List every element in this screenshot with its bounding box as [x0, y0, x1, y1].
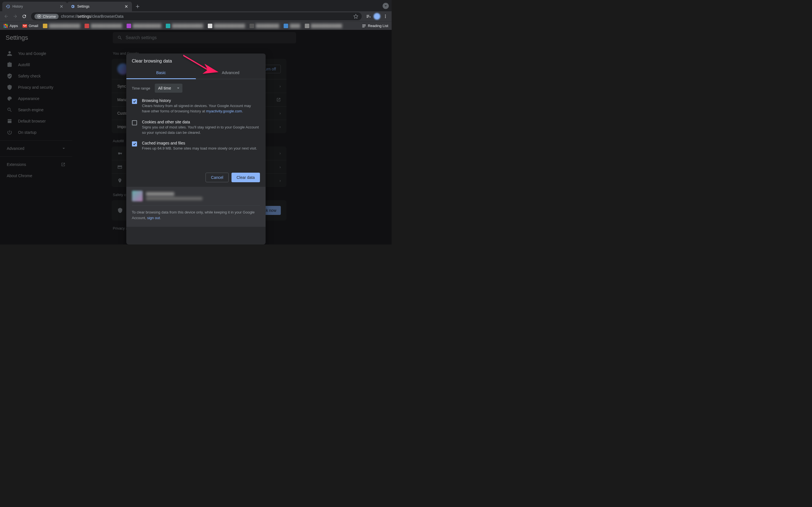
dialog-title: Clear browsing data [126, 54, 266, 66]
svg-point-2 [385, 15, 386, 15]
forward-button[interactable] [11, 12, 19, 20]
close-icon[interactable] [124, 4, 129, 9]
apps-icon [3, 24, 8, 28]
option-title: Cached images and files [142, 141, 257, 145]
checkbox-cache[interactable] [132, 142, 137, 147]
reading-list-icon [362, 24, 366, 28]
back-button[interactable] [2, 12, 10, 20]
clear-browsing-data-dialog: Clear browsing data Basic Advanced Time … [126, 54, 266, 244]
gear-icon [70, 4, 75, 9]
cancel-button[interactable]: Cancel [206, 173, 229, 182]
option-desc: Clears history from all signed-in device… [142, 103, 260, 114]
new-tab-button[interactable] [134, 3, 142, 10]
account-info [146, 192, 202, 200]
bookmark-item[interactable]: ████████████ [43, 24, 80, 28]
profile-avatar[interactable] [373, 13, 380, 20]
bookmark-item[interactable]: ████████████ [85, 24, 122, 28]
bookmark-item[interactable]: ████████████ [166, 24, 203, 28]
menu-icon[interactable] [382, 12, 389, 20]
time-range-select[interactable]: All time [155, 83, 183, 93]
checkbox-history[interactable] [132, 99, 137, 104]
svg-rect-13 [6, 27, 8, 28]
option-desc: Signs you out of most sites. You'll stay… [142, 125, 260, 135]
browser-tab-strip: History Settings [0, 0, 392, 11]
svg-rect-7 [6, 24, 8, 25]
bookmark-star-icon[interactable] [353, 14, 358, 19]
address-bar[interactable]: Chrome chrome://settings/clearBrowserDat… [31, 12, 362, 20]
reload-button[interactable] [20, 12, 28, 20]
bookmark-item[interactable]: █████████ [250, 24, 279, 28]
sign-out-link[interactable]: sign out [147, 216, 160, 220]
tab-settings[interactable]: Settings [67, 2, 132, 11]
tab-title: History [12, 4, 57, 8]
svg-rect-10 [6, 25, 8, 26]
tab-history[interactable]: History [2, 2, 67, 11]
option-cookies: Cookies and other site data Signs you ou… [132, 120, 260, 135]
svg-rect-11 [4, 27, 5, 28]
svg-point-1 [39, 16, 40, 17]
clear-data-button[interactable]: Clear data [232, 173, 260, 182]
bookmark-item[interactable]: ████ [284, 24, 300, 28]
time-range-label: Time range [132, 86, 150, 91]
option-title: Cookies and other site data [142, 120, 260, 124]
tab-basic[interactable]: Basic [126, 66, 196, 79]
url-text: chrome://settings/clearBrowserData [61, 14, 123, 18]
bookmark-item[interactable]: ███████████ [126, 24, 161, 28]
media-control-icon[interactable] [364, 12, 372, 20]
footer-text: To clear browsing data from this device … [132, 210, 260, 221]
svg-rect-12 [5, 27, 6, 28]
bookmark-apps[interactable]: Apps [3, 24, 18, 28]
checkbox-cookies[interactable] [132, 120, 137, 125]
svg-rect-6 [5, 24, 6, 25]
svg-rect-9 [5, 25, 6, 26]
dialog-backdrop: Clear browsing data Basic Advanced Time … [0, 30, 392, 244]
svg-rect-5 [4, 24, 5, 25]
option-title: Browsing history [142, 98, 260, 103]
dialog-footer: To clear browsing data from this device … [126, 187, 266, 227]
close-icon[interactable] [59, 4, 64, 9]
history-icon [6, 4, 10, 9]
svg-rect-8 [4, 25, 5, 26]
tab-advanced[interactable]: Advanced [196, 66, 266, 79]
reading-list-button[interactable]: Reading List [362, 24, 388, 28]
site-info-chip[interactable]: Chrome [35, 14, 59, 19]
settings-page: Settings Search settings You and Google … [0, 30, 392, 244]
svg-point-3 [385, 16, 386, 17]
option-desc: Frees up 64.9 MB. Some sites may load mo… [142, 146, 257, 151]
browser-toolbar: Chrome chrome://settings/clearBrowserDat… [0, 11, 392, 21]
svg-point-4 [385, 17, 386, 18]
chevron-down-icon[interactable] [383, 3, 389, 9]
bookmark-gmail[interactable]: Gmail [22, 24, 38, 28]
gmail-icon [22, 24, 27, 28]
option-browsing-history: Browsing history Clears history from all… [132, 98, 260, 114]
option-cache: Cached images and files Frees up 64.9 MB… [132, 141, 260, 151]
tab-title: Settings [77, 4, 122, 8]
bookmark-item[interactable]: ████████████ [305, 24, 342, 28]
dialog-tabs: Basic Advanced [126, 66, 266, 79]
account-avatar [132, 191, 143, 202]
bookmark-item[interactable]: ████████████ [208, 24, 245, 28]
caret-down-icon [177, 87, 180, 90]
myactivity-link[interactable]: myactivity.google.com [206, 109, 242, 113]
bookmarks-bar: Apps Gmail ████████████ ████████████ ███… [0, 21, 392, 30]
